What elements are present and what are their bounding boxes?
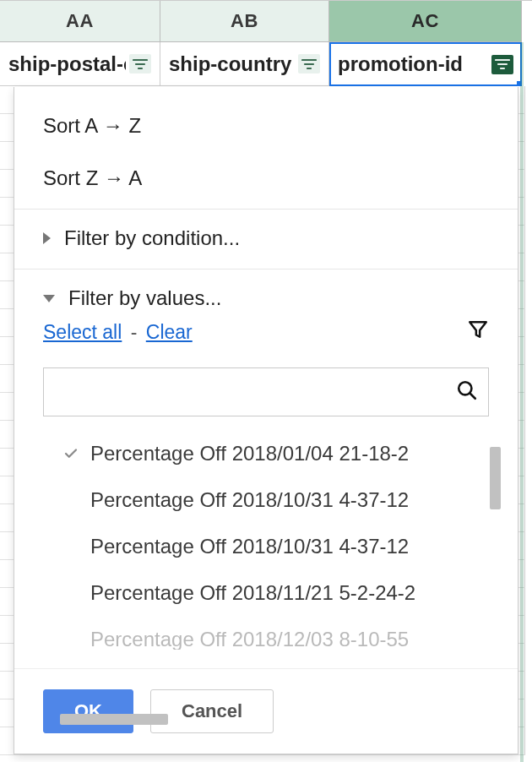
ok-button[interactable]: OK [43,689,133,733]
column-selection-edge [520,42,524,762]
header-label: ship-country [169,52,295,76]
separator: - [131,321,138,343]
column-headers-row: AA AB AC [0,0,532,42]
filter-value-label: Percentage Off 2018/12/03 8-10-55 [90,628,409,650]
cell-aa-header[interactable]: ship-postal-c [0,42,160,86]
sort-desc[interactable]: Sort Z → A [43,155,501,207]
filter-by-values-toggle[interactable]: Filter by values... [14,269,518,315]
column-header-ab[interactable]: AB [160,1,329,42]
filter-value-label: Percentage Off 2018/10/31 4-37-12 [90,488,409,512]
filter-value-item[interactable]: Percentage Off 2018/01/04 21-18-2 [60,430,501,476]
column-header-aa[interactable]: AA [0,1,160,42]
chevron-down-icon [43,295,55,302]
horizontal-scrollbar-thumb[interactable] [60,714,168,725]
funnel-icon[interactable] [467,318,489,346]
filter-value-item[interactable]: Percentage Off 2018/10/31 4-37-12 [60,476,501,523]
cancel-button[interactable]: Cancel [150,689,274,733]
filter-by-condition-toggle[interactable]: Filter by condition... [14,210,518,267]
svg-line-1 [470,393,475,398]
search-input[interactable] [54,381,456,403]
filter-value-item[interactable]: Percentage Off 2018/11/21 5-2-24-2 [60,569,501,616]
filter-values-label: Filter by values... [68,286,221,310]
filter-icon-active[interactable] [491,55,513,74]
filter-value-label: Percentage Off 2018/10/31 4-37-12 [90,535,409,558]
cell-ab-header[interactable]: ship-country [160,42,329,86]
search-icon [456,379,478,405]
filter-values-list: Percentage Off 2018/01/04 21-18-2 Percen… [60,430,501,650]
filter-condition-label: Filter by condition... [64,226,240,250]
search-box[interactable] [43,367,489,416]
select-all-link[interactable]: Select all [43,321,122,343]
checkmark-icon [60,446,82,461]
filter-value-label: Percentage Off 2018/01/04 21-18-2 [90,442,409,465]
filter-value-item[interactable]: Percentage Off 2018/10/31 4-37-12 [60,523,501,569]
column-header-ac[interactable]: AC [329,1,522,42]
filter-icon[interactable] [129,54,151,73]
header-data-row: ship-postal-c ship-country promotion-id [0,42,532,86]
filter-dropdown: Sort A → Z Sort Z → A Filter by conditio… [14,87,518,754]
header-label: promotion-id [338,52,488,76]
header-label: ship-postal-c [8,52,126,76]
cell-ac-header[interactable]: promotion-id [329,42,522,86]
sort-asc[interactable]: Sort A → Z [43,102,501,155]
vertical-scrollbar-thumb[interactable] [490,447,501,509]
clear-link[interactable]: Clear [146,321,193,343]
filter-icon[interactable] [298,54,320,73]
filter-value-item[interactable]: Percentage Off 2018/12/03 8-10-55 [60,616,501,650]
chevron-right-icon [43,232,51,244]
filter-value-label: Percentage Off 2018/11/21 5-2-24-2 [90,581,415,605]
